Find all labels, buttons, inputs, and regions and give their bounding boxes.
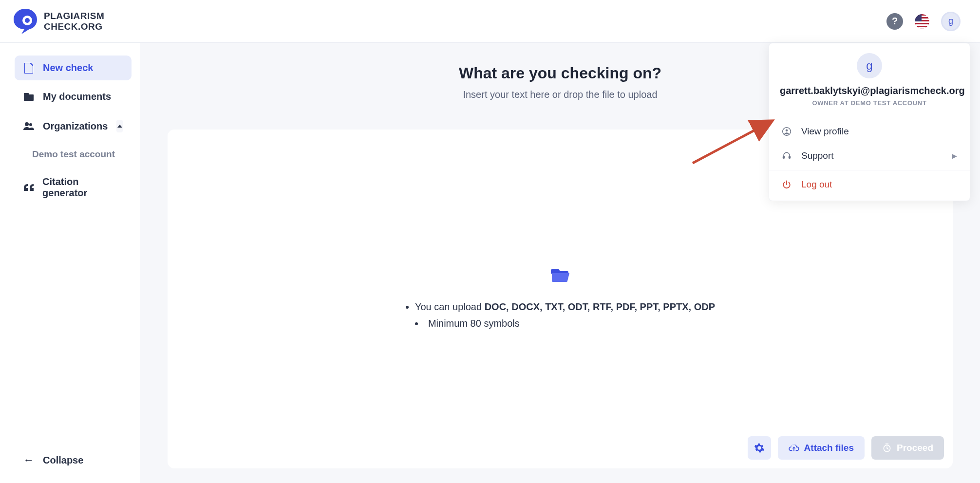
folder-icon [23,93,34,101]
menu-item-label: Support [801,150,834,161]
gear-icon [754,443,765,453]
profile-dropdown: g garrett.baklytskyi@plagiarismcheck.org… [769,43,970,201]
user-icon [782,127,792,136]
clock-icon [882,443,892,453]
power-icon [782,180,792,189]
header-actions: ? g [886,12,961,31]
svg-point-11 [29,123,32,126]
question-icon: ? [892,16,898,27]
svg-rect-6 [915,27,929,29]
brand-line1: PLAGIARISM [44,11,104,21]
headset-icon [782,151,792,160]
menu-item-label: Log out [801,179,832,190]
profile-header: g garrett.baklytskyi@plagiarismcheck.org… [769,43,970,115]
sidebar-item-label: Citation generator [42,176,123,199]
upload-cloud-icon [789,444,799,452]
language-button[interactable] [915,14,929,29]
svg-rect-16 [789,156,791,159]
profile-email: garrett.baklytskyi@plagiarismcheck.org [780,85,959,96]
upload-formats-line: You can upload DOC, DOCX, TXT, ODT, RTF,… [415,298,715,315]
collapse-toggle[interactable] [116,120,123,132]
people-icon [23,122,34,130]
svg-point-14 [786,130,788,132]
brand-line2: CHECK.ORG [44,21,104,32]
header: PLAGIARISM CHECK.ORG ? g [0,0,980,43]
settings-button[interactable] [748,436,771,460]
svg-point-10 [25,122,29,126]
sidebar: New check My documents Organizations [0,43,140,483]
profile-role: OWNER AT DEMO TEST ACCOUNT [780,99,959,107]
sidebar-item-my-documents[interactable]: My documents [15,84,132,109]
attach-files-button[interactable]: Attach files [778,436,865,460]
profile-avatar-button[interactable]: g [941,12,961,31]
proceed-button: Proceed [871,436,944,460]
quote-icon [23,184,34,191]
us-flag-icon [915,14,929,29]
upload-formats: DOC, DOCX, TXT, ODT, RTF, PDF, PPT, PPTX… [485,301,715,312]
sidebar-nav: New check My documents Organizations [15,56,132,205]
sidebar-item-new-check[interactable]: New check [15,56,132,80]
svg-rect-5 [915,24,929,26]
min-symbols-line: Minimum 80 symbols [415,315,715,332]
svg-rect-15 [783,156,785,159]
document-icon [23,63,34,74]
svg-rect-4 [915,21,929,23]
dropzone-actions: Attach files Proceed [748,436,944,460]
menu-item-label: View profile [801,126,849,137]
attach-label: Attach files [804,443,854,453]
profile-menu-items: View profile Support ▶ Log out [769,115,970,201]
logo-icon [14,9,37,34]
brand-logo[interactable]: PLAGIARISM CHECK.ORG [14,9,104,34]
avatar-initial: g [866,59,872,73]
brand-text: PLAGIARISM CHECK.ORG [44,11,104,32]
sidebar-sub-label: Demo test account [32,149,115,159]
help-button[interactable]: ? [886,13,903,30]
collapse-label: Collapse [43,455,83,466]
caret-up-icon [117,125,122,128]
sidebar-item-label: New check [43,62,93,74]
sidebar-item-label: My documents [43,91,111,102]
menu-divider [769,170,970,170]
avatar-initial: g [948,16,953,26]
profile-avatar: g [857,53,882,78]
svg-rect-7 [915,14,922,21]
menu-item-logout[interactable]: Log out [769,172,970,197]
sidebar-item-label: Organizations [43,121,108,132]
dropzone-text: You can upload DOC, DOCX, TXT, ODT, RTF,… [405,298,715,332]
arrow-left-icon: ← [23,454,34,466]
sidebar-collapse-button[interactable]: ← Collapse [15,447,132,473]
sidebar-item-organizations[interactable]: Organizations [15,113,132,139]
chevron-right-icon: ▶ [952,152,957,160]
svg-rect-9 [24,93,29,95]
sidebar-sub-org[interactable]: Demo test account [15,143,132,166]
menu-item-view-profile[interactable]: View profile [769,119,970,144]
upload-prefix: You can upload [415,301,485,312]
menu-item-support[interactable]: Support ▶ [769,144,970,168]
sidebar-item-citation generator[interactable]: Citation generator [15,169,132,205]
proceed-label: Proceed [897,443,933,453]
open-folder-icon [551,266,569,298]
